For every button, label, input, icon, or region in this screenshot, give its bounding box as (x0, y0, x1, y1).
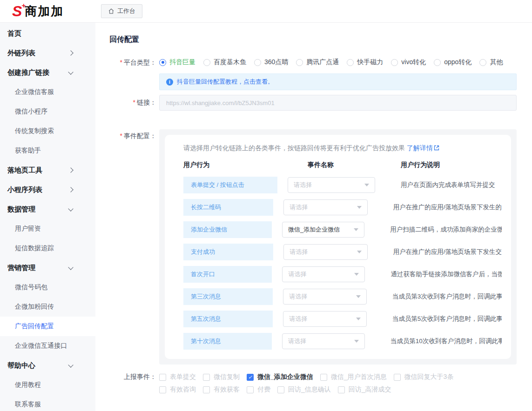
sidebar-item-label: 传统复制搜索 (15, 127, 54, 135)
sidebar-item-wecom-api[interactable]: 企业微信互通接口 (0, 336, 95, 356)
checkbox-icon (247, 386, 254, 393)
behavior-chip[interactable]: 添加企业微信 (183, 221, 272, 238)
event-row-longpress-qr: 长按二维码 请选择 用户在推广的应用/落地页场景下发生的... (165, 199, 502, 216)
select-placeholder: 请选择 (294, 181, 364, 189)
sidebar-item-label: 首页 (7, 29, 21, 38)
platform-type-label: *平台类型： (109, 55, 156, 67)
checkbox-icon (203, 374, 210, 381)
sidebar-item-wechat-number-pack[interactable]: 微信号码包 (0, 278, 95, 297)
radio-label: 快手磁力 (357, 58, 383, 66)
checkbox-paid: 付费 (247, 385, 270, 394)
sidebar-item-label: 小程序列表 (7, 186, 42, 194)
sidebar-item-label: 帮助中心 (7, 361, 35, 370)
radio-douyin-juliang[interactable]: 抖音巨量 (159, 58, 195, 66)
sidebar-item-help-center[interactable]: 帮助中心 (0, 356, 95, 375)
sidebar-item-user-leads[interactable]: 用户留资 (0, 219, 95, 239)
caret-down-icon (354, 228, 358, 231)
sidebar-item-wecom-service[interactable]: 企业微信客服 (0, 82, 95, 102)
radio-kuaishou-cili[interactable]: 快手磁力 (347, 58, 383, 66)
radio-tencent-guangdiantong[interactable]: 腾讯广点通 (296, 58, 339, 66)
behavior-chip[interactable]: 支付成功 (183, 244, 273, 260)
behavior-chip[interactable]: 首次开口 (183, 266, 272, 283)
sidebar-item-sms-tracking[interactable]: 短信数据追踪 (0, 239, 95, 258)
behavior-chip[interactable]: 长按二维码 (183, 199, 273, 216)
chevron-down-icon (68, 69, 73, 74)
logo-s-icon: S+ (12, 4, 22, 19)
info-icon: i (166, 79, 173, 86)
sidebar-item-marketing-management[interactable]: 营销管理 (0, 258, 95, 278)
sidebar-item-label: 外链列表 (7, 49, 35, 58)
radio-baidu-jimuyu[interactable]: 百度基木鱼 (203, 58, 246, 66)
event-config-intro: 请选择用户转化链路上的各类事件，按链路回传将更有利于优化广告投放效果 了解详情 (165, 144, 502, 152)
app-window: S+ 商加加 工作台 首页 外链列表 创建推广链接 企业微信客服 微信小程序 传… (0, 0, 532, 411)
caret-down-icon (354, 340, 359, 343)
page-title: 回传配置 (109, 35, 532, 45)
sidebar-item-external-links[interactable]: 外链列表 (0, 43, 95, 63)
required-asterisk: * (120, 132, 122, 139)
event-select[interactable]: 微信_添加企业微信 (282, 222, 364, 238)
workspace-tab[interactable]: 工作台 (101, 4, 142, 18)
sidebar-item-miniprogram-list[interactable]: 小程序列表 (0, 180, 95, 199)
select-placeholder: 请选择 (288, 337, 354, 345)
checkbox-valid-lead: 有效获客 (203, 385, 240, 394)
behavior-desc: 当成员第5次收到客户消息时，回调此事... (392, 315, 502, 323)
event-select[interactable]: 请选择 (283, 289, 367, 305)
radio-label: oppo转化 (444, 58, 471, 66)
sidebar-item-tutorials[interactable]: 使用教程 (0, 375, 95, 395)
event-row-fifth-message: 第五次消息 请选择 当成员第5次收到客户消息时，回调此事... (165, 311, 502, 327)
chevron-right-icon (68, 50, 73, 55)
behavior-chip[interactable]: 第十次消息 (183, 333, 272, 350)
radio-360-dianjing[interactable]: 360点睛 (254, 58, 288, 66)
tutorial-notice-link[interactable]: 抖音巨量回传配置教程，点击查看。 (177, 78, 274, 86)
sidebar-item-copy-search[interactable]: 传统复制搜索 (0, 121, 95, 141)
checkbox-wechat-add-wecom[interactable]: ✓微信_添加企业微信 (247, 373, 313, 381)
radio-other[interactable]: 其他 (479, 58, 503, 66)
event-select[interactable]: 请选择 (282, 333, 365, 349)
sidebar-item-label: 企业微信互通接口 (15, 342, 67, 350)
event-select[interactable]: 请选择 (282, 266, 365, 282)
sidebar-item-create-promo-link[interactable]: 创建推广链接 (0, 63, 95, 82)
select-placeholder: 请选择 (289, 315, 356, 323)
checkbox-label: 微信回复大于3条 (404, 373, 454, 381)
checkbox-icon (338, 386, 345, 393)
learn-more-link[interactable]: 了解详情 (407, 144, 439, 152)
checkbox-label: 微信_用户首次消息 (331, 373, 387, 381)
sidebar-item-customer-assistant[interactable]: 获客助手 (0, 141, 95, 160)
chevron-right-icon (68, 167, 73, 172)
sidebar-item-label: 短信数据追踪 (15, 244, 54, 252)
sidebar-item-wechat-miniprogram[interactable]: 微信小程序 (0, 102, 95, 121)
tutorial-notice-banner: i 抖音巨量回传配置教程，点击查看。 (159, 73, 517, 90)
event-row-third-message: 第三次消息 请选择 当成员第3次收到客户消息时，回调此事... (165, 288, 502, 305)
behavior-desc: 当成员第10次收到客户消息时，回调此事... (391, 337, 502, 345)
radio-vivo[interactable]: vivo转化 (391, 58, 426, 66)
sidebar-item-data-management[interactable]: 数据管理 (0, 199, 95, 219)
behavior-chip[interactable]: 表单提交 / 按钮点击 (183, 177, 277, 193)
sidebar-item-label: 联系客服 (15, 400, 41, 409)
sidebar-item-home[interactable]: 首页 (0, 24, 95, 43)
sidebar-item-landing-tools[interactable]: 落地页工具 (0, 160, 95, 180)
sidebar-item-label: 企微加粉回传 (15, 303, 54, 311)
event-select[interactable]: 请选择 (283, 244, 367, 260)
behavior-desc: 用户在推广的应用/落地页场景下发生的... (393, 203, 502, 212)
column-user-behavior: 用户行为 (183, 161, 209, 169)
checkbox-icon (277, 386, 284, 393)
event-select[interactable]: 请选择 (283, 199, 367, 215)
checkbox-wechat-user-first-message: 微信_用户首次消息 (320, 373, 387, 381)
behavior-chip[interactable]: 第五次消息 (183, 311, 273, 327)
select-placeholder: 请选择 (290, 248, 357, 256)
checkbox-icon (394, 374, 401, 381)
behavior-chip[interactable]: 第三次消息 (183, 288, 273, 305)
radio-icon (254, 59, 261, 66)
event-row-add-wecom: 添加企业微信 微信_添加企业微信 用户扫描二维码，成功添加商家的企业微信 (165, 221, 502, 238)
sidebar-item-contact-support[interactable]: 联系客服 (0, 395, 95, 411)
radio-icon (434, 59, 441, 66)
behavior-desc: 通过获客助手链接添加微信客户后，当微... (391, 270, 502, 278)
sidebar-item-wecom-fans-callback[interactable]: 企微加粉回传 (0, 297, 95, 317)
event-select[interactable]: 请选择 (283, 311, 367, 327)
sidebar-item-ad-callback-config[interactable]: 广告回传配置 (0, 317, 95, 336)
required-asterisk: * (133, 99, 135, 106)
event-select[interactable]: 请选择 (288, 177, 375, 193)
link-input[interactable]: https://wl.shangjiake.com/l/bZ5JN3sm01 (159, 95, 517, 111)
chevron-right-icon (68, 187, 73, 192)
radio-oppo[interactable]: oppo转化 (434, 58, 471, 66)
